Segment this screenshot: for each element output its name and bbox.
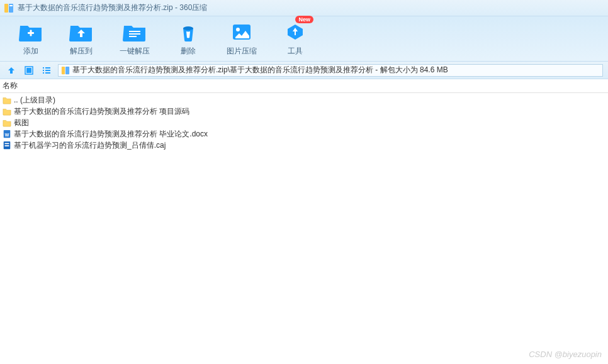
- svg-rect-17: [43, 72, 44, 74]
- svg-rect-20: [65, 66, 69, 74]
- trash-icon: [176, 21, 200, 43]
- delete-label: 删除: [181, 46, 196, 57]
- svg-rect-14: [45, 67, 50, 69]
- svg-point-10: [236, 28, 240, 31]
- add-button[interactable]: 添加: [19, 21, 43, 57]
- folder-icon: [3, 107, 11, 116]
- archive-icon: [61, 66, 70, 75]
- file-name: 截图: [14, 118, 29, 128]
- path-text: 基于大数据的音乐流行趋势预测及推荐分析.zip\基于大数据的音乐流行趋势预测及推…: [72, 65, 448, 75]
- nav-up-button[interactable]: [5, 64, 18, 77]
- view-icons-button[interactable]: [23, 64, 35, 77]
- svg-rect-18: [45, 72, 50, 74]
- folder-plus-icon: [19, 21, 43, 43]
- caj-icon: [3, 141, 11, 150]
- folder-lines-icon: [123, 21, 147, 43]
- svg-rect-5: [129, 31, 140, 32]
- folder-icon: [3, 118, 11, 127]
- list-item[interactable]: 基于大数据的音乐流行趋势预测及推荐分析 项目源码: [0, 106, 608, 117]
- window-title: 基于大数据的音乐流行趋势预测及推荐分析.zip - 360压缩: [18, 3, 207, 13]
- folder-up-icon: [69, 21, 93, 43]
- svg-rect-24: [5, 143, 9, 145]
- archive-icon: [4, 3, 14, 13]
- list-item-parent[interactable]: .. (上级目录): [0, 94, 608, 106]
- one-click-extract-button[interactable]: 一键解压: [120, 21, 150, 57]
- new-badge: New: [295, 16, 313, 23]
- image-icon: [230, 21, 254, 43]
- pathbar: 基于大数据的音乐流行趋势预测及推荐分析.zip\基于大数据的音乐流行趋势预测及推…: [0, 62, 608, 79]
- file-name: .. (上级目录): [14, 95, 55, 106]
- list-item[interactable]: 基于机器学习的音乐流行趋势预测_吕倩倩.caj: [0, 140, 608, 151]
- folder-icon: [3, 96, 11, 104]
- path-field[interactable]: 基于大数据的音乐流行趋势预测及推荐分析.zip\基于大数据的音乐流行趋势预测及推…: [58, 64, 603, 77]
- tools-label: 工具: [288, 46, 303, 57]
- list-item[interactable]: 截图: [0, 117, 608, 128]
- file-name: 基于大数据的音乐流行趋势预测及推荐分析 毕业论文.docx: [14, 129, 208, 140]
- one-click-extract-label: 一键解压: [120, 46, 150, 57]
- tools-button[interactable]: New 工具: [283, 21, 307, 57]
- svg-rect-25: [5, 145, 9, 146]
- svg-rect-7: [129, 36, 137, 37]
- image-compress-label: 图片压缩: [227, 46, 257, 57]
- svg-rect-15: [43, 70, 44, 71]
- view-list-button[interactable]: [40, 64, 53, 77]
- svg-rect-19: [62, 66, 65, 74]
- extract-to-label: 解压到: [70, 46, 93, 57]
- svg-rect-4: [30, 30, 32, 36]
- svg-rect-13: [43, 67, 44, 69]
- svg-point-8: [183, 26, 193, 30]
- delete-button[interactable]: 删除: [176, 21, 200, 57]
- file-list: .. (上级目录) 基于大数据的音乐流行趋势预测及推荐分析 项目源码 截图 W …: [0, 93, 608, 152]
- column-header[interactable]: 名称: [0, 79, 608, 93]
- svg-rect-2: [9, 5, 13, 6]
- file-name: 基于机器学习的音乐流行趋势预测_吕倩倩.caj: [14, 140, 166, 151]
- extract-to-button[interactable]: 解压到: [69, 21, 93, 57]
- titlebar: 基于大数据的音乐流行趋势预测及推荐分析.zip - 360压缩: [0, 0, 608, 16]
- svg-rect-6: [129, 33, 140, 35]
- svg-text:W: W: [5, 133, 9, 137]
- column-name: 名称: [3, 80, 18, 91]
- svg-rect-16: [45, 70, 50, 71]
- docx-icon: W: [3, 130, 11, 138]
- file-name: 基于大数据的音乐流行趋势预测及推荐分析 项目源码: [14, 106, 189, 117]
- toolbar: 添加 解压到 一键解压 删除 图片压缩 New 工具: [0, 16, 608, 62]
- add-label: 添加: [23, 46, 38, 57]
- svg-rect-0: [4, 4, 8, 13]
- watermark: CSDN @biyezuopin: [529, 350, 602, 359]
- list-item[interactable]: W 基于大数据的音乐流行趋势预测及推荐分析 毕业论文.docx: [0, 128, 608, 140]
- svg-rect-12: [26, 68, 31, 73]
- tools-icon: New: [283, 21, 307, 43]
- image-compress-button[interactable]: 图片压缩: [227, 21, 257, 57]
